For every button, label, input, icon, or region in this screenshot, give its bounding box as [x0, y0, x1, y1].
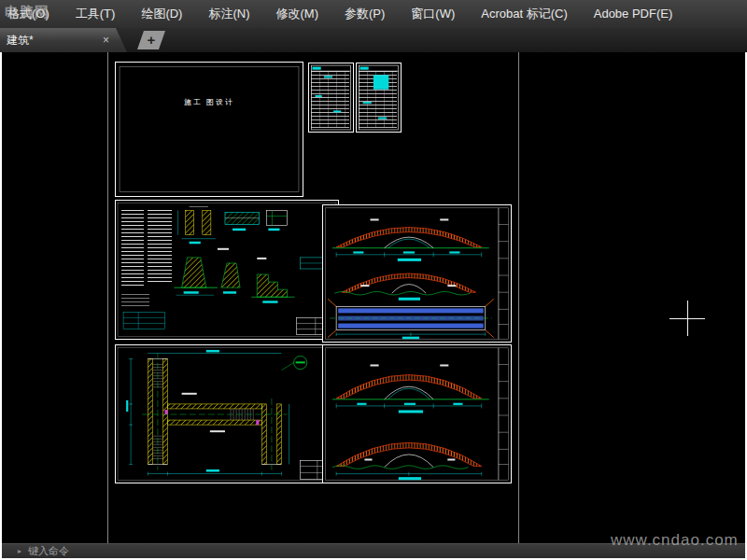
- sheet-details-drawing: [116, 201, 338, 339]
- sheet-plan-drawing: [116, 345, 338, 483]
- sheet-details[interactable]: [115, 200, 339, 340]
- menu-item-parametric[interactable]: 参数(P): [331, 0, 398, 28]
- menu-item-draw[interactable]: 绘图(D): [128, 0, 195, 28]
- cover-title-text: 施工 图设计: [116, 97, 303, 107]
- command-prompt-text: 键入命令: [28, 544, 69, 558]
- watermark-site-logo: 电脑网: [5, 4, 49, 21]
- watermark-site-url: www.cndao.com: [611, 531, 739, 550]
- menu-item-window[interactable]: 窗口(W): [398, 0, 468, 28]
- crosshair-cursor: [687, 301, 688, 336]
- menu-bar: 格式(O) 工具(T) 绘图(D) 标注(N) 修改(M) 参数(P) 窗口(W…: [0, 0, 747, 29]
- sheet-elevations-1-drawing: [323, 205, 511, 342]
- sheet-index-2-drawing: [357, 63, 401, 132]
- drawing-canvas[interactable]: 施工 图设计: [2, 52, 745, 543]
- sheet-elevations-1[interactable]: [322, 204, 512, 343]
- file-tab-label: 建筑*: [7, 34, 34, 47]
- sheet-index-table-1[interactable]: [308, 63, 354, 133]
- menu-item-acrobat-comments[interactable]: Acrobat 标记(C): [468, 0, 580, 28]
- layout-divider-line-left: [107, 52, 108, 543]
- menu-item-adobe-pdf[interactable]: Adobe PDF(E): [581, 0, 686, 28]
- sheet-cover[interactable]: 施工 图设计: [115, 62, 303, 197]
- sheet-index-table-2[interactable]: [356, 63, 402, 133]
- file-tab-active[interactable]: 建筑* ×: [0, 28, 127, 52]
- sheet-elevations-2-drawing: [323, 345, 511, 483]
- menu-item-modify[interactable]: 修改(M): [262, 0, 331, 28]
- sheet-index-1-drawing: [309, 63, 353, 132]
- close-icon[interactable]: ×: [103, 28, 109, 52]
- drawing-area-frame: 施工 图设计: [0, 52, 747, 560]
- new-tab-button[interactable]: +: [137, 31, 165, 49]
- file-tab-bar: 建筑* × +: [0, 28, 747, 52]
- sheet-elevations-2[interactable]: [322, 344, 512, 483]
- sheet-cover-drawing: [116, 63, 303, 196]
- layout-divider-line-right: [518, 52, 519, 543]
- application-window: 格式(O) 工具(T) 绘图(D) 标注(N) 修改(M) 参数(P) 窗口(W…: [0, 0, 747, 560]
- menu-item-tools[interactable]: 工具(T): [63, 0, 129, 28]
- command-prompt-icon: ▸: [18, 547, 21, 555]
- sheet-plan[interactable]: [115, 344, 339, 483]
- menu-item-dimension[interactable]: 标注(N): [195, 0, 262, 28]
